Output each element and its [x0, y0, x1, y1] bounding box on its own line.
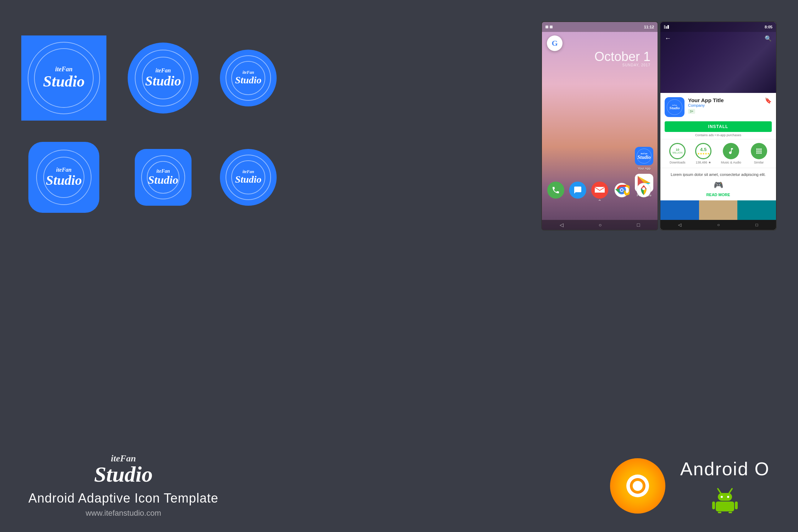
icon-square-large: iteFan Studio: [21, 35, 106, 121]
svg-rect-11: [664, 25, 665, 29]
android-section: Android O: [609, 458, 770, 514]
icon-circle-large: iteFan Studio: [128, 43, 199, 113]
icon-circle-medium-bottom: iteFan Studio: [220, 149, 277, 206]
description-text: Lorem ipsum dolor sit amet, consectetur …: [665, 172, 772, 178]
phone1-status-bar: 11:12: [542, 22, 658, 32]
music-stat: Music & Audio: [721, 143, 741, 164]
status-indicator: [545, 26, 548, 28]
svg-point-10: [642, 187, 645, 190]
rating-circle: 4.5 ★★★★★: [695, 143, 711, 159]
similar-stat: Similar: [751, 143, 767, 164]
template-title: Android Adaptive Icon Template: [28, 491, 218, 506]
stats-row: 10 MILLION Downloads 4.5 ★★★★★ 138,486 ★: [660, 139, 776, 168]
icon-brand-text-5: iteFan Studio: [148, 168, 178, 187]
phone2-recents-nav[interactable]: □: [755, 222, 758, 227]
phone2-home-nav[interactable]: ○: [717, 222, 720, 227]
svg-rect-24: [712, 501, 715, 509]
phone2-back-button[interactable]: ←: [665, 35, 671, 42]
phone2-status-bar: 8:05: [660, 22, 776, 32]
google-icon[interactable]: G: [547, 35, 563, 51]
icon-circle-medium-wrapper-bottom: iteFan Studio: [220, 149, 277, 206]
phone1-homescreen: 11:12 G October 1 SUNDAY, 2017: [541, 21, 658, 231]
star-icons: ★★★★★: [697, 152, 710, 155]
home-button[interactable]: ○: [599, 222, 602, 228]
gamepad-icon: 🎮: [665, 181, 772, 190]
phone2-playstore: 8:05 ← 🔍 iteFan Studio: [660, 21, 777, 231]
maps-icon[interactable]: [635, 182, 652, 199]
icon-brand-text: iteFan Studio: [43, 66, 84, 90]
svg-rect-26: [718, 512, 721, 513]
brand-section: iteFan Studio Android Adaptive Icon Temp…: [28, 454, 218, 518]
app-header-row: iteFan Studio Your App Title Company 3+ …: [660, 93, 776, 121]
recents-button[interactable]: □: [637, 222, 640, 228]
rating-count-label: 138,486 ★: [696, 161, 711, 164]
install-button[interactable]: INSTALL: [665, 121, 772, 132]
music-circle: [723, 143, 739, 159]
icon-rounded-medium-wrapper: iteFan Studio: [128, 149, 199, 206]
back-button[interactable]: ◁: [560, 222, 564, 228]
back-icon-small: [664, 25, 669, 29]
description-area: Lorem ipsum dolor sit amet, consectetur …: [660, 168, 776, 200]
icon-square-large-wrapper: iteFan Studio: [21, 35, 106, 121]
age-rating-badge: 3+: [688, 109, 695, 114]
app-icon-in-store: iteFan Studio: [665, 97, 685, 117]
downloads-label: Downloads: [670, 161, 686, 164]
phone2-time: 8:05: [765, 25, 772, 29]
your-app-homescreen[interactable]: iteFan Studio Your App: [635, 147, 653, 170]
phones-container: 11:12 G October 1 SUNDAY, 2017: [541, 21, 777, 231]
android-robot: [711, 485, 739, 514]
phone2-header: 8:05 ← 🔍: [660, 22, 776, 93]
icon-circle-large-wrapper: iteFan Studio: [128, 43, 199, 113]
svg-rect-25: [735, 501, 738, 509]
app-info: Your App Title Company 3+: [688, 97, 761, 114]
svg-rect-23: [716, 501, 734, 511]
messages-icon[interactable]: [569, 182, 586, 199]
rating-number: 4.5: [700, 147, 706, 152]
gmail-icon[interactable]: [591, 182, 608, 199]
icon-rounded-medium: iteFan Studio: [135, 149, 192, 206]
icon-circle-medium-wrapper-top: iteFan Studio: [220, 50, 277, 106]
phone2-nav-bar: ◁ ○ □: [660, 220, 776, 230]
svg-rect-13: [667, 25, 669, 29]
phone-icon[interactable]: [547, 182, 564, 199]
svg-point-17: [633, 481, 643, 491]
svg-rect-27: [728, 512, 732, 513]
svg-point-8: [621, 189, 623, 191]
svg-line-18: [718, 489, 721, 493]
brand-logo: iteFan Studio: [28, 454, 218, 485]
downloads-unit: MILLION: [672, 151, 682, 154]
icon-brand-text-4: iteFan Studio: [46, 167, 82, 188]
similar-label: Similar: [754, 161, 764, 164]
icon-brand-text-2: iteFan Studio: [145, 67, 181, 88]
phone2-top-bar: ← 🔍: [660, 32, 776, 45]
phone1-time: 11:12: [644, 25, 654, 29]
svg-line-19: [729, 489, 732, 493]
phone2-back-nav[interactable]: ◁: [678, 222, 681, 227]
android-o-logo: [609, 458, 666, 514]
contains-ads-text: Contains ads • In-app purchases: [665, 133, 772, 137]
homescreen-apps-row: [542, 182, 658, 199]
phone1-date-area: October 1 SUNDAY, 2017: [594, 50, 650, 67]
downloads-stat: 10 MILLION Downloads: [669, 143, 686, 164]
downloads-circle: 10 MILLION: [669, 143, 686, 159]
similar-circle: [751, 143, 767, 159]
phone2-search-button[interactable]: 🔍: [765, 35, 772, 42]
svg-point-21: [721, 496, 723, 498]
phone1-nav-bar: ◁ ○ □: [542, 220, 658, 230]
read-more-link[interactable]: READ MORE: [665, 193, 772, 197]
bottom-section: iteFan Studio Android Adaptive Icon Temp…: [0, 454, 798, 518]
icon-brand-text-3: iteFan Studio: [235, 70, 262, 86]
bookmark-icon[interactable]: 🔖: [765, 97, 772, 104]
icon-rounded-large: iteFan Studio: [28, 142, 99, 213]
phone1-day: SUNDAY, 2017: [594, 63, 650, 67]
icon-brand-text-6: iteFan Studio: [235, 170, 262, 185]
svg-point-22: [727, 496, 729, 498]
pagination-indicator: ⌃: [598, 199, 602, 204]
android-info: Android O: [680, 458, 770, 514]
svg-rect-12: [666, 26, 667, 29]
chrome-icon[interactable]: [613, 182, 630, 199]
website-url: www.itefanstudio.com: [28, 509, 218, 518]
app-title: Your App Title: [688, 97, 761, 103]
downloads-number: 10: [676, 148, 679, 151]
rating-stat: 4.5 ★★★★★ 138,486 ★: [695, 143, 711, 164]
